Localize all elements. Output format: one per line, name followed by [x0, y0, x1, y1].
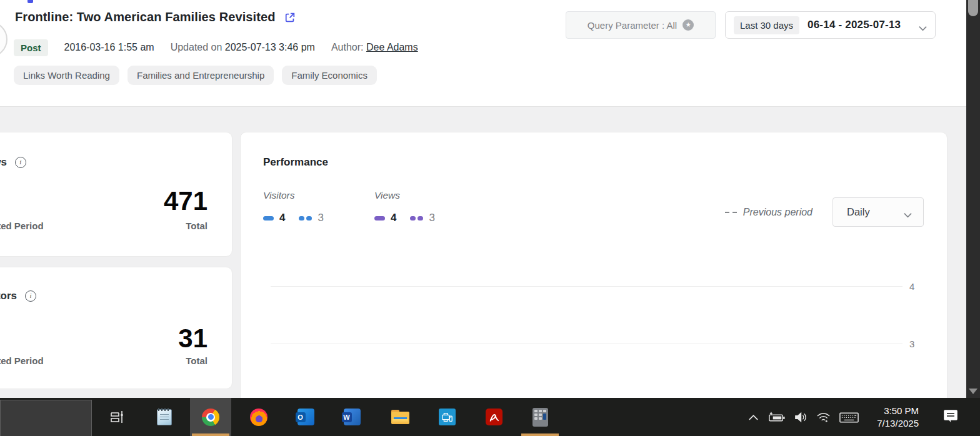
star-badge-icon: ★	[682, 19, 694, 31]
dashed-line-sample-icon	[725, 212, 737, 213]
taskbar-chrome-button[interactable]	[190, 398, 231, 436]
adobe-acrobat-icon	[486, 409, 502, 425]
action-center-icon[interactable]	[942, 409, 959, 426]
external-link-icon[interactable]	[284, 12, 296, 23]
chrome-icon	[202, 409, 219, 426]
scrollbar-down-arrow[interactable]	[969, 389, 978, 394]
gridline	[271, 344, 902, 344]
views-current-swatch	[374, 216, 385, 220]
notepad-icon	[157, 409, 172, 425]
post-tags-row: Links Worth Reading Families and Entrepr…	[14, 66, 377, 85]
touch-keyboard-icon[interactable]	[839, 411, 859, 424]
calculator-icon	[532, 408, 548, 427]
previous-period-label: Previous period	[743, 207, 812, 218]
post-meta-row: Post 2016-03-16 1:55 am Updated on 2025-…	[14, 38, 418, 57]
date-range-chip: Last 30 days	[734, 16, 799, 34]
taskbar-file-explorer-button[interactable]	[379, 398, 421, 436]
screen: Frontline: Two American Families Revisit…	[0, 0, 980, 436]
performance-card: Performance Visitors 4 3 Views 4	[240, 132, 948, 432]
chart-gridline-row: 3	[271, 344, 910, 344]
info-icon[interactable]: i	[25, 290, 36, 302]
visitors-total-label: Total	[186, 355, 208, 366]
taskbar-task-view-button[interactable]	[96, 398, 138, 436]
file-explorer-icon	[391, 410, 409, 424]
vertical-scrollbar[interactable]	[966, 0, 980, 398]
views-previous-value: 3	[429, 212, 434, 224]
date-range-value: 06-14 - 2025-07-13	[808, 19, 901, 31]
running-indicator	[521, 434, 559, 436]
volume-icon[interactable]	[794, 411, 808, 424]
date-range-picker[interactable]: Last 30 days 06-14 - 2025-07-13	[725, 11, 936, 39]
scrollbar-thumb[interactable]	[968, 0, 978, 16]
query-parameter-button[interactable]: Query Parameter : All ★	[566, 11, 716, 39]
gridline	[271, 286, 902, 287]
battery-icon[interactable]	[768, 411, 786, 424]
task-view-icon	[109, 409, 125, 425]
taskbar-search-box[interactable]	[0, 400, 92, 436]
taskbar-outlook-button[interactable]: O	[285, 398, 326, 436]
views-total-value: 471	[164, 186, 208, 216]
views-period-label: Selected Period	[0, 220, 44, 231]
updated-date-group: Updated on 2025-07-13 3:46 pm	[171, 42, 315, 53]
visitors-current-swatch	[263, 216, 274, 220]
visitors-legend-group: Visitors 4 3	[263, 190, 324, 224]
interval-select[interactable]: Daily	[832, 197, 924, 227]
views-legend-label: Views	[374, 190, 435, 201]
author-link[interactable]: Dee Adams	[366, 42, 418, 52]
wifi-icon[interactable]	[816, 411, 831, 424]
running-indicator	[192, 434, 229, 436]
page-title: Frontline: Two American Families Revisit…	[15, 10, 276, 24]
visitors-card-label: Visitors	[0, 290, 17, 302]
taskbar-notepad-button[interactable]	[144, 398, 185, 436]
firefox-icon	[250, 409, 268, 426]
visitors-previous-swatch	[299, 216, 312, 220]
tray-date: 7/13/2025	[877, 417, 919, 430]
updated-label: Updated on	[171, 42, 222, 52]
tray-time: 3:50 PM	[877, 405, 919, 417]
views-current-value: 4	[391, 212, 396, 224]
visitors-period-label: Selected Period	[0, 355, 44, 366]
previous-period-legend: Previous period	[725, 207, 812, 218]
author-label: Author:	[331, 42, 364, 52]
chevron-down-icon	[904, 209, 912, 215]
y-tick-label: 3	[909, 339, 914, 349]
taskbar-fax-scan-button[interactable]	[426, 398, 468, 436]
windows-taskbar: O W	[0, 398, 980, 436]
info-icon[interactable]: i	[15, 157, 26, 168]
clipped-link-fragment	[28, 0, 33, 3]
word-icon: W	[344, 409, 361, 425]
views-legend-group: Views 4 3	[374, 190, 435, 224]
taskbar-word-button[interactable]: W	[331, 398, 372, 436]
published-date: 2016-03-16 1:55 am	[64, 42, 154, 53]
visitors-previous-value: 3	[318, 212, 323, 224]
visitors-legend-label: Visitors	[263, 190, 324, 201]
performance-title: Performance	[263, 156, 328, 169]
updated-date: 2025-07-13 3:46 pm	[225, 42, 315, 52]
post-header-panel: Frontline: Two American Families Revisit…	[0, 0, 966, 107]
chevron-down-icon	[919, 22, 927, 28]
outlook-icon: O	[298, 409, 314, 425]
taskbar-firefox-button[interactable]	[238, 398, 279, 436]
views-previous-swatch	[410, 216, 423, 220]
visitors-summary-card: Visitors i 31 Total Selected Period	[0, 267, 232, 389]
query-parameter-label: Query Parameter : All	[588, 20, 677, 31]
visitors-total-value: 31	[178, 324, 208, 354]
taskbar-clock[interactable]: 3:50 PM 7/13/2025	[877, 405, 919, 430]
interval-select-value: Daily	[847, 206, 870, 218]
tray-chevron-up-icon[interactable]	[748, 413, 759, 422]
word-badge: W	[342, 412, 352, 422]
tag-chip[interactable]: Links Worth Reading	[14, 66, 119, 85]
visitors-current-value: 4	[279, 212, 285, 224]
taskbar-acrobat-button[interactable]	[473, 398, 514, 436]
author-group: Author: Dee Adams	[331, 42, 418, 53]
system-tray	[748, 398, 859, 436]
tag-chip[interactable]: Families and Entrepreneurship	[128, 66, 274, 85]
post-type-badge: Post	[14, 39, 48, 56]
chart-gridline-row: 4	[271, 286, 910, 287]
tag-chip[interactable]: Family Economics	[282, 66, 377, 85]
clipped-avatar-circle	[0, 21, 8, 57]
printer-fax-icon	[439, 409, 456, 425]
taskbar-calculator-button[interactable]	[519, 398, 561, 436]
y-tick-label: 4	[909, 281, 914, 292]
views-total-label: Total	[186, 220, 208, 231]
